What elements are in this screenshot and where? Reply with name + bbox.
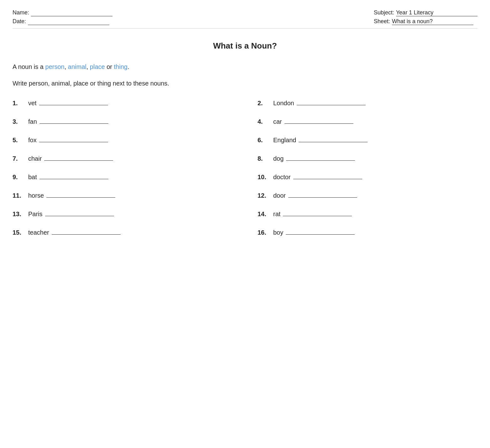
answer-line bbox=[293, 179, 362, 179]
date-field: Date: bbox=[13, 18, 112, 25]
question-word: chair bbox=[28, 155, 42, 162]
date-label: Date: bbox=[13, 18, 26, 25]
answer-line bbox=[44, 160, 113, 161]
question-item: 14.rat bbox=[258, 211, 477, 218]
question-word: car bbox=[273, 118, 282, 125]
question-item: 16.boy bbox=[258, 229, 477, 236]
answer-line bbox=[299, 142, 368, 142]
intro-text: A noun is a person, animal, place or thi… bbox=[13, 63, 477, 70]
question-word: doctor bbox=[273, 174, 291, 181]
question-item: 11.horse bbox=[13, 192, 232, 199]
question-number: 9. bbox=[13, 174, 28, 181]
intro-mid: or bbox=[105, 63, 114, 70]
page-title: What is a Noun? bbox=[13, 41, 477, 51]
answer-line bbox=[39, 179, 108, 179]
question-word: teacher bbox=[28, 229, 49, 236]
question-number: 3. bbox=[13, 118, 28, 125]
questions-grid: 1.vet2.London3.fan4.car5.fox6.England7.c… bbox=[13, 100, 477, 236]
answer-line bbox=[39, 123, 108, 124]
answer-line bbox=[284, 123, 353, 124]
question-item: 10.doctor bbox=[258, 174, 477, 181]
name-value bbox=[31, 9, 112, 16]
question-number: 4. bbox=[258, 118, 273, 125]
question-number: 11. bbox=[13, 192, 28, 199]
sheet-value: What is a noun? bbox=[392, 18, 473, 25]
question-word: horse bbox=[28, 192, 44, 199]
question-item: 6.England bbox=[258, 137, 477, 144]
question-number: 15. bbox=[13, 229, 28, 236]
answer-line bbox=[39, 105, 108, 105]
question-number: 10. bbox=[258, 174, 273, 181]
question-number: 13. bbox=[13, 211, 28, 218]
question-item: 8.dog bbox=[258, 155, 477, 162]
date-value bbox=[28, 18, 109, 25]
instruction-text: Write person, animal, place or thing nex… bbox=[13, 80, 477, 87]
header-left: Name: Date: bbox=[13, 9, 112, 25]
question-item: 13.Paris bbox=[13, 211, 232, 218]
header-right: Subject: Year 1 Literacy Sheet: What is … bbox=[374, 9, 477, 25]
subject-field: Subject: Year 1 Literacy bbox=[374, 9, 477, 16]
intro-after: . bbox=[128, 63, 129, 70]
question-number: 12. bbox=[258, 192, 273, 199]
question-item: 9.bat bbox=[13, 174, 232, 181]
question-number: 16. bbox=[258, 229, 273, 236]
question-word: bat bbox=[28, 174, 37, 181]
intro-comma1: , bbox=[65, 63, 68, 70]
intro-place: place bbox=[90, 63, 105, 70]
question-item: 3.fan bbox=[13, 118, 232, 125]
question-item: 1.vet bbox=[13, 100, 232, 107]
question-number: 8. bbox=[258, 155, 273, 162]
question-number: 2. bbox=[258, 100, 273, 107]
question-number: 5. bbox=[13, 137, 28, 144]
intro-thing: thing bbox=[114, 63, 128, 70]
answer-line bbox=[283, 216, 352, 216]
answer-line bbox=[52, 234, 121, 235]
name-label: Name: bbox=[13, 9, 29, 16]
answer-line bbox=[286, 160, 355, 161]
answer-line bbox=[46, 197, 115, 198]
answer-line bbox=[39, 142, 108, 142]
question-word: vet bbox=[28, 100, 37, 107]
intro-comma2: , bbox=[86, 63, 90, 70]
sheet-field: Sheet: What is a noun? bbox=[374, 18, 477, 25]
intro-person: person bbox=[45, 63, 65, 70]
question-item: 4.car bbox=[258, 118, 477, 125]
answer-line bbox=[297, 105, 366, 105]
subject-label: Subject: bbox=[374, 9, 394, 16]
question-word: London bbox=[273, 100, 294, 107]
question-word: door bbox=[273, 192, 286, 199]
question-word: fan bbox=[28, 118, 37, 125]
sheet-label: Sheet: bbox=[374, 18, 390, 25]
answer-line bbox=[286, 234, 355, 235]
question-item: 7.chair bbox=[13, 155, 232, 162]
answer-line bbox=[45, 216, 114, 216]
intro-animal: animal bbox=[68, 63, 86, 70]
question-word: fox bbox=[28, 137, 37, 144]
name-field: Name: bbox=[13, 9, 112, 16]
question-number: 1. bbox=[13, 100, 28, 107]
question-word: Paris bbox=[28, 211, 43, 218]
question-number: 7. bbox=[13, 155, 28, 162]
question-word: England bbox=[273, 137, 296, 144]
question-word: rat bbox=[273, 211, 280, 218]
question-word: dog bbox=[273, 155, 284, 162]
question-item: 12.door bbox=[258, 192, 477, 199]
answer-line bbox=[288, 197, 357, 198]
question-number: 6. bbox=[258, 137, 273, 144]
question-word: boy bbox=[273, 229, 283, 236]
question-item: 15.teacher bbox=[13, 229, 232, 236]
question-item: 2.London bbox=[258, 100, 477, 107]
question-number: 14. bbox=[258, 211, 273, 218]
subject-value: Year 1 Literacy bbox=[396, 9, 477, 16]
question-item: 5.fox bbox=[13, 137, 232, 144]
intro-before: A noun is a bbox=[13, 63, 45, 70]
page-header: Name: Date: Subject: Year 1 Literacy She… bbox=[13, 9, 477, 29]
